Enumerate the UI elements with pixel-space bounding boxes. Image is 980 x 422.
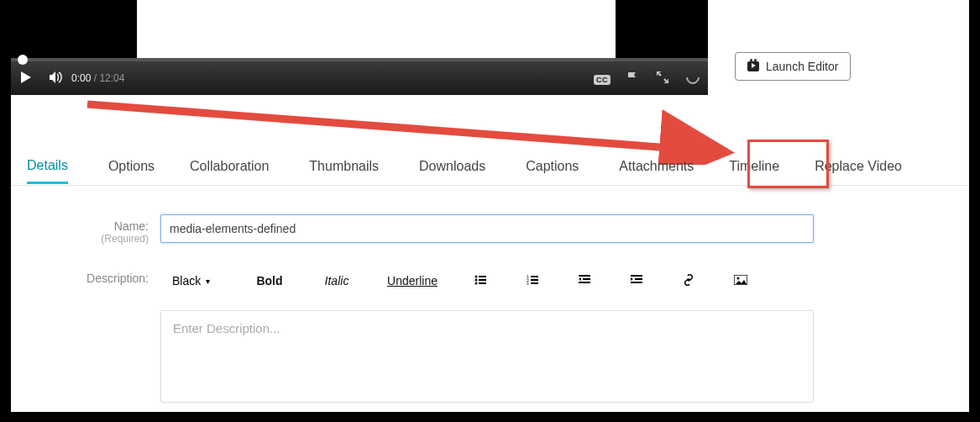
current-time: 0:00 — [71, 72, 91, 84]
svg-rect-11 — [531, 279, 538, 281]
svg-point-2 — [475, 279, 478, 282]
tab-options[interactable]: Options — [108, 150, 155, 182]
svg-rect-12 — [531, 282, 538, 284]
svg-text:3: 3 — [527, 282, 529, 285]
fullscreen-icon[interactable] — [647, 71, 678, 86]
svg-rect-18 — [631, 282, 642, 283]
svg-rect-5 — [479, 279, 486, 281]
player-controls: 0:00 / 12:04 CC — [11, 61, 708, 95]
description-textarea[interactable]: Enter Description... — [160, 310, 814, 403]
tab-downloads[interactable]: Downloads — [419, 150, 485, 182]
seek-bar[interactable] — [11, 58, 708, 61]
rte-color-select[interactable]: Black ▾ — [160, 274, 236, 287]
rte-number-list-icon[interactable]: 123 — [506, 274, 558, 287]
tab-details[interactable]: Details — [27, 150, 68, 184]
svg-rect-13 — [579, 275, 590, 277]
flag-icon[interactable] — [617, 71, 647, 86]
details-form: Name: (Required) Description: Black ▾ Bo… — [11, 214, 969, 403]
duration: 12:04 — [99, 72, 124, 84]
svg-rect-15 — [579, 282, 590, 283]
rte-italic-button[interactable]: Italic — [303, 274, 370, 287]
tab-captions[interactable]: Captions — [526, 150, 579, 182]
rte-toolbar: Black ▾ Bold Italic Underline 123 — [160, 266, 814, 295]
name-label-wrap: Name: (Required) — [11, 214, 160, 245]
name-required: (Required) — [11, 233, 149, 245]
seek-thumb[interactable] — [18, 55, 28, 65]
volume-icon[interactable] — [41, 71, 71, 86]
svg-rect-17 — [635, 278, 642, 280]
rte-image-icon[interactable] — [715, 274, 767, 287]
description-row: Description: Black ▾ Bold Italic Underli… — [11, 266, 969, 295]
svg-rect-4 — [479, 276, 486, 277]
play-icon[interactable] — [11, 71, 41, 86]
launch-editor-label: Launch Editor — [766, 60, 838, 73]
clapperboard-icon — [747, 61, 759, 71]
rte-bullet-list-icon[interactable] — [454, 274, 506, 287]
rte-underline-button[interactable]: Underline — [370, 274, 454, 287]
description-label: Description: — [11, 266, 160, 285]
tab-bar: Details Options Collaboration Thumbnails… — [11, 147, 969, 186]
svg-point-3 — [475, 282, 478, 285]
video-player[interactable]: 0:00 / 12:04 CC — [11, 0, 708, 95]
rte-link-icon[interactable] — [663, 274, 715, 288]
video-canvas — [137, 0, 616, 61]
kaltura-logo-icon[interactable] — [678, 71, 708, 87]
name-label: Name: — [114, 219, 149, 233]
rte-outdent-icon[interactable] — [558, 274, 611, 287]
svg-rect-6 — [479, 282, 486, 284]
svg-point-20 — [737, 277, 740, 280]
tab-replace-video[interactable]: Replace Video — [815, 150, 902, 182]
rte-color-label: Black — [172, 274, 201, 287]
svg-point-1 — [475, 276, 478, 278]
name-row: Name: (Required) — [11, 214, 969, 245]
name-input[interactable] — [160, 214, 814, 243]
rte-bold-button[interactable]: Bold — [236, 274, 303, 287]
tab-collaboration[interactable]: Collaboration — [190, 150, 269, 182]
tab-attachments[interactable]: Attachments — [619, 150, 694, 182]
tab-thumbnails[interactable]: Thumbnails — [309, 150, 379, 182]
svg-rect-14 — [583, 278, 590, 280]
tab-timeline[interactable]: Timeline — [729, 150, 779, 182]
svg-rect-10 — [531, 276, 538, 277]
launch-editor-button[interactable]: Launch Editor — [735, 52, 851, 81]
svg-rect-16 — [631, 275, 642, 277]
time-display: 0:00 / 12:04 — [71, 72, 124, 84]
rte-indent-icon[interactable] — [611, 274, 663, 287]
chevron-down-icon: ▾ — [206, 277, 210, 286]
cc-icon[interactable]: CC — [587, 71, 617, 85]
